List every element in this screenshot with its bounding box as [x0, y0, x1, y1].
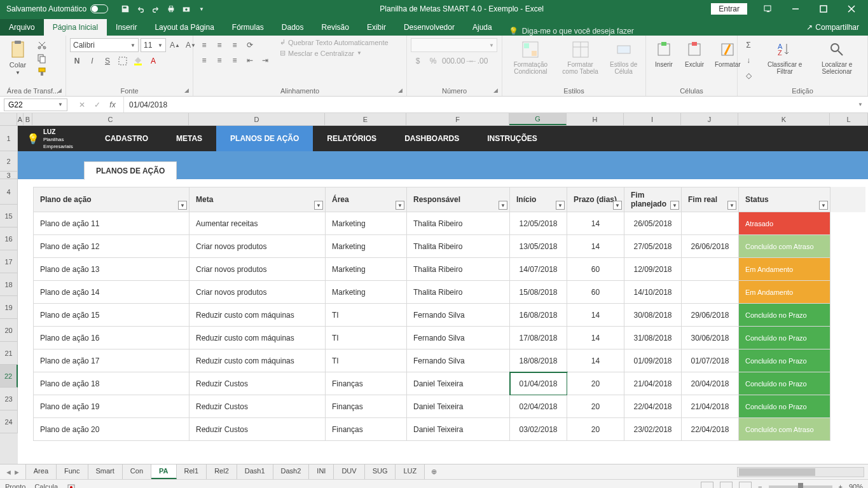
camera-icon[interactable] — [181, 3, 192, 15]
zoom-out-icon[interactable]: − — [758, 483, 762, 489]
launcher-icon[interactable]: ◢ — [57, 87, 62, 93]
filter-dropdown-icon[interactable]: ▼ — [819, 201, 828, 210]
table-cell[interactable]: 21/04/2018 — [682, 395, 739, 418]
sheet-nav-item[interactable]: INSTRUÇÕES — [473, 126, 551, 151]
sheet-tab[interactable]: INI — [309, 464, 334, 479]
table-cell[interactable]: Em Andamento — [739, 281, 830, 304]
filter-dropdown-icon[interactable]: ▼ — [613, 201, 622, 210]
column-header[interactable]: B — [24, 113, 32, 125]
table-cell[interactable]: Reduzir Custos — [189, 418, 326, 441]
autosum-icon[interactable]: Σ — [741, 38, 755, 52]
table-cell[interactable]: 18/08/2018 — [510, 349, 567, 372]
table-cell[interactable]: TI — [326, 327, 407, 349]
filter-dropdown-icon[interactable]: ▼ — [727, 201, 736, 210]
horizontal-scrollbar[interactable] — [737, 467, 864, 477]
table-cell[interactable]: 01/09/2018 — [624, 349, 682, 372]
accept-formula-icon[interactable]: ✓ — [90, 98, 104, 112]
table-cell[interactable]: 23/02/2018 — [624, 418, 682, 441]
table-cell[interactable] — [682, 281, 739, 304]
normal-view-icon[interactable] — [701, 482, 713, 489]
table-cell[interactable]: Reduzir custo com máquinas — [189, 327, 326, 349]
table-cell[interactable]: 01/07/2018 — [682, 349, 739, 372]
ribbon-tab[interactable]: Página Inicial — [44, 19, 107, 36]
ribbon-tab[interactable]: Layout da Página — [146, 19, 223, 36]
fx-icon[interactable]: fx — [106, 98, 120, 112]
table-cell[interactable]: Plano de ação 14 — [33, 281, 189, 304]
sheet-nav-item[interactable]: PLANOS DE AÇÃO — [216, 126, 313, 151]
column-header[interactable]: K — [738, 113, 830, 125]
wrap-text-button[interactable]: ↲ Quebrar Texto Automaticamente — [280, 38, 389, 46]
launcher-icon[interactable]: ◢ — [493, 87, 498, 93]
cut-icon[interactable] — [36, 39, 48, 51]
table-cell[interactable]: Criar novos produtos — [189, 258, 326, 281]
sheet-tab[interactable]: PA — [151, 464, 176, 479]
row-header[interactable]: 17 — [0, 250, 18, 273]
table-cell[interactable]: Fernando Silva — [407, 304, 510, 327]
fill-color-icon[interactable] — [131, 54, 145, 68]
filter-dropdown-icon[interactable]: ▼ — [178, 201, 187, 210]
table-cell[interactable]: Plano de ação 17 — [33, 349, 189, 372]
row-header[interactable]: 1 — [0, 126, 18, 151]
table-cell[interactable]: Criar novos produtos — [189, 235, 326, 258]
font-size-combo[interactable]: 11▼ — [141, 38, 166, 52]
table-cell[interactable]: Daniel Teixeira — [407, 418, 510, 441]
decrease-decimal-icon[interactable]: ←.00 — [472, 54, 486, 68]
tab-nav-prev-icon[interactable]: ◄ — [5, 468, 12, 476]
zoom-slider[interactable] — [769, 485, 832, 488]
format-painter-icon[interactable] — [36, 66, 48, 78]
ribbon-tab[interactable]: Inserir — [107, 19, 146, 36]
sheet-tab[interactable]: Rel2 — [207, 464, 237, 479]
column-header[interactable]: A — [17, 113, 24, 125]
table-cell[interactable]: 22/04/2018 — [682, 418, 739, 441]
align-middle-icon[interactable]: ≡ — [212, 38, 226, 52]
table-cell[interactable]: Plano de ação 15 — [33, 304, 189, 327]
table-cell[interactable]: 30/06/2018 — [682, 327, 739, 349]
table-cell[interactable]: Plano de ação 12 — [33, 235, 189, 258]
table-cell[interactable]: 14 — [567, 327, 624, 349]
table-cell[interactable] — [682, 212, 739, 235]
table-cell[interactable]: 14 — [567, 304, 624, 327]
increase-decimal-icon[interactable]: .00→ — [457, 54, 471, 68]
fill-icon[interactable]: ↓ — [741, 53, 755, 67]
table-cell[interactable]: 12/05/2018 — [510, 212, 567, 235]
table-cell[interactable]: Daniel Teixeira — [407, 372, 510, 395]
undo-icon[interactable] — [135, 3, 146, 15]
macro-record-icon[interactable] — [67, 482, 76, 489]
sheet-tab[interactable]: LUZ — [396, 464, 425, 479]
sheet-tab[interactable]: DUV — [334, 464, 364, 479]
table-cell[interactable]: Concluído no Prazo — [739, 327, 830, 349]
table-cell[interactable]: Concluído no Prazo — [739, 349, 830, 372]
border-icon[interactable] — [116, 54, 130, 68]
table-cell[interactable]: Daniel Teixeira — [407, 395, 510, 418]
copy-icon[interactable] — [36, 53, 48, 64]
row-header[interactable]: 23 — [0, 388, 18, 410]
table-cell[interactable]: Thalita Ribeiro — [407, 235, 510, 258]
comma-icon[interactable]: 000 — [441, 54, 455, 68]
clear-icon[interactable]: ◇ — [741, 69, 755, 83]
sheet-tab[interactable]: Rel1 — [177, 464, 207, 479]
column-header[interactable]: C — [32, 113, 189, 125]
table-cell[interactable] — [682, 258, 739, 281]
table-cell[interactable]: Finanças — [326, 418, 407, 441]
table-cell[interactable]: 31/08/2018 — [624, 327, 682, 349]
table-cell[interactable]: 12/09/2018 — [624, 258, 682, 281]
row-header[interactable]: 18 — [0, 273, 18, 296]
align-bottom-icon[interactable]: ≡ — [228, 38, 242, 52]
table-cell[interactable]: 14 — [567, 235, 624, 258]
bold-button[interactable]: N — [70, 54, 84, 68]
table-cell[interactable]: 20/04/2018 — [682, 372, 739, 395]
zoom-level[interactable]: 90% — [849, 483, 863, 489]
table-cell[interactable]: 17/08/2018 — [510, 327, 567, 349]
table-cell[interactable]: Plano de ação 19 — [33, 395, 189, 418]
column-header-cell[interactable]: Prazo (dias)▼ — [567, 187, 624, 212]
table-cell[interactable]: 60 — [567, 258, 624, 281]
table-cell[interactable]: 60 — [567, 281, 624, 304]
table-cell[interactable]: 29/06/2018 — [682, 304, 739, 327]
minimize-icon[interactable] — [783, 0, 808, 18]
row-header[interactable]: 21 — [0, 342, 18, 365]
font-name-combo[interactable]: Calibri▼ — [70, 38, 139, 52]
table-cell[interactable]: Marketing — [326, 258, 407, 281]
login-button[interactable]: Entrar — [711, 3, 747, 15]
ribbon-tab[interactable]: Revisão — [313, 19, 358, 36]
filter-dropdown-icon[interactable]: ▼ — [499, 201, 507, 210]
